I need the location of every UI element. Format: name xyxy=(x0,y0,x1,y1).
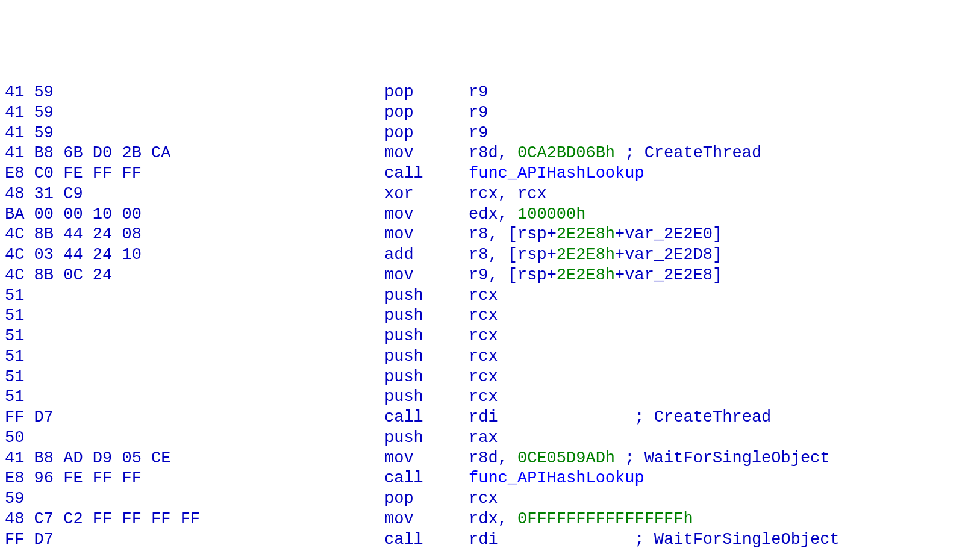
number-literal: 2E2E8h xyxy=(557,246,615,264)
disasm-line[interactable]: E8 96 FE FF FFcallfunc_APIHashLookup xyxy=(5,469,975,489)
operands: func_APIHashLookup xyxy=(469,164,644,184)
punct: + xyxy=(615,225,625,243)
hex-bytes: 51 xyxy=(5,367,384,388)
disassembly-listing[interactable]: 41 59popr941 59popr941 59popr941 B8 6B D… xyxy=(5,82,975,551)
disasm-line[interactable]: 51pushrcx xyxy=(5,306,975,326)
disasm-line[interactable]: 51pushrcx xyxy=(5,387,975,408)
variable-name: var_2E2D8 xyxy=(625,246,713,264)
hex-bytes: 4C 03 44 24 10 xyxy=(5,245,384,266)
disasm-line[interactable]: 41 59popr9 xyxy=(5,82,975,103)
disasm-line[interactable]: 48 31 C9xorrcx, rcx xyxy=(5,184,975,205)
hex-bytes: FF D7 xyxy=(5,530,384,550)
disasm-line[interactable]: 51pushrcx xyxy=(5,347,975,367)
operands: rcx xyxy=(469,347,498,367)
punct: ] xyxy=(713,225,722,243)
register: rcx xyxy=(469,287,498,305)
disasm-line[interactable]: FF D7callrdi ; WaitForSingleObject xyxy=(5,530,975,550)
disasm-line[interactable]: 41 B8 6B D0 2B CAmovr8d, 0CA2BD06Bh ; Cr… xyxy=(5,143,975,164)
hex-bytes: 41 B8 6B D0 2B CA xyxy=(5,143,384,164)
operands: rcx xyxy=(469,489,498,509)
variable-name: var_2E2E8 xyxy=(625,266,713,284)
disasm-line[interactable]: 41 B8 AD D9 05 CEmovr8d, 0CE05D9ADh ; Wa… xyxy=(5,449,975,469)
operands: r9 xyxy=(469,82,488,103)
number-literal: 0CE05D9ADh xyxy=(517,449,615,467)
operands: rcx xyxy=(469,387,498,408)
mnemonic: mov xyxy=(384,205,469,225)
number-literal: 2E2E8h xyxy=(557,225,615,243)
padding xyxy=(498,408,635,426)
disasm-line[interactable]: 4C 03 44 24 10addr8, [rsp+2E2E8h+var_2E2… xyxy=(5,245,975,266)
operands: edx, 100000h xyxy=(469,205,585,225)
punct: + xyxy=(547,246,557,264)
register: CreateThread xyxy=(654,408,771,426)
register: WaitForSingleObject xyxy=(654,531,840,549)
mnemonic: pop xyxy=(384,103,469,123)
punct: ; xyxy=(615,449,644,467)
operands: r8d, 0CE05D9ADh ; WaitForSingleObject xyxy=(469,449,830,469)
punct: , [ xyxy=(488,246,517,264)
register: rdi xyxy=(469,531,498,549)
mnemonic: add xyxy=(384,245,469,266)
hex-bytes: 41 59 xyxy=(5,103,384,123)
hex-bytes: 50 xyxy=(5,428,384,449)
operands: rcx, rcx xyxy=(469,184,547,205)
operands: rax xyxy=(469,428,498,449)
disasm-line[interactable]: BA 00 00 10 00movedx, 100000h xyxy=(5,205,975,225)
mnemonic: push xyxy=(384,326,469,347)
disasm-line[interactable]: 48 C7 C2 FF FF FF FFmovrdx, 0FFFFFFFFFFF… xyxy=(5,509,975,530)
register: r8 xyxy=(469,246,488,264)
punct: + xyxy=(547,225,557,243)
disasm-line[interactable]: 59poprcx xyxy=(5,489,975,509)
mnemonic: push xyxy=(384,347,469,367)
hex-bytes: 41 B8 AD D9 05 CE xyxy=(5,449,384,469)
number-literal: 2E2E8h xyxy=(557,266,615,284)
hex-bytes: 51 xyxy=(5,387,384,408)
operands: rdi ; CreateThread xyxy=(469,408,771,428)
operands: r9 xyxy=(469,123,488,144)
mnemonic: call xyxy=(384,530,469,550)
hex-bytes: 48 31 C9 xyxy=(5,184,384,205)
register: r8d xyxy=(469,144,498,162)
punct: , xyxy=(498,205,517,223)
mnemonic: push xyxy=(384,428,469,449)
operands: rcx xyxy=(469,367,498,388)
disasm-line[interactable]: E8 C0 FE FF FFcallfunc_APIHashLookup xyxy=(5,164,975,184)
hex-bytes: 4C 8B 0C 24 xyxy=(5,266,384,286)
disasm-line[interactable]: 51pushrcx xyxy=(5,367,975,388)
operands: r9, [rsp+2E2E8h+var_2E2E8] xyxy=(469,266,722,286)
register: r8d xyxy=(469,449,498,467)
mnemonic: mov xyxy=(384,509,469,530)
disasm-line[interactable]: 41 59popr9 xyxy=(5,103,975,123)
mnemonic: xor xyxy=(384,184,469,205)
disasm-line[interactable]: 4C 8B 44 24 08movr8, [rsp+2E2E8h+var_2E2… xyxy=(5,225,975,245)
hex-bytes: 51 xyxy=(5,347,384,367)
disasm-line[interactable]: 50pushrax xyxy=(5,428,975,449)
hex-bytes: FF D7 xyxy=(5,408,384,428)
mnemonic: call xyxy=(384,408,469,428)
register: rcx xyxy=(469,185,498,203)
disasm-line[interactable]: 51pushrcx xyxy=(5,326,975,347)
operands: rcx xyxy=(469,286,498,307)
disasm-line[interactable]: 51pushrcx xyxy=(5,286,975,307)
mnemonic: mov xyxy=(384,449,469,469)
punct: ] xyxy=(713,266,722,284)
padding xyxy=(498,531,635,549)
disasm-line[interactable]: 4C 8B 0C 24movr9, [rsp+2E2E8h+var_2E2E8] xyxy=(5,266,975,286)
operands: r8, [rsp+2E2E8h+var_2E2D8] xyxy=(469,245,722,266)
mnemonic: push xyxy=(384,306,469,326)
punct: , [ xyxy=(488,266,517,284)
hex-bytes: 48 C7 C2 FF FF FF FF xyxy=(5,509,384,530)
hex-bytes: BA 00 00 10 00 xyxy=(5,205,384,225)
register: rcx xyxy=(469,490,498,508)
function-name: func_APIHashLookup xyxy=(469,469,644,487)
mnemonic: push xyxy=(384,367,469,388)
operands: r8, [rsp+2E2E8h+var_2E2E0] xyxy=(469,225,722,245)
punct: + xyxy=(615,266,625,284)
operands: func_APIHashLookup xyxy=(469,469,644,489)
disasm-line[interactable]: FF D7callrdi ; CreateThread xyxy=(5,408,975,428)
disasm-line[interactable]: 41 59popr9 xyxy=(5,123,975,144)
punct: , xyxy=(498,144,517,162)
operands: rcx xyxy=(469,306,498,326)
mnemonic: pop xyxy=(384,123,469,144)
register: rcx xyxy=(469,347,498,366)
